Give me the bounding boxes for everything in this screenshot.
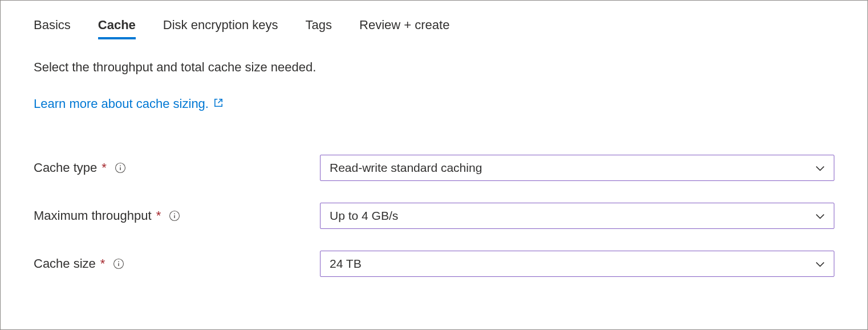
tab-tags[interactable]: Tags <box>306 18 332 39</box>
required-indicator: * <box>100 256 106 271</box>
svg-point-7 <box>119 261 120 263</box>
select-max-throughput[interactable]: Up to 4 GB/s <box>320 203 834 229</box>
label-cache-type-text: Cache type <box>34 160 97 175</box>
section-description: Select the throughput and total cache si… <box>34 60 834 75</box>
info-icon[interactable] <box>169 210 180 222</box>
label-cache-size: Cache size * <box>34 256 320 271</box>
select-cache-type[interactable]: Read-write standard caching <box>320 155 834 181</box>
svg-point-1 <box>120 166 121 167</box>
tab-review-create[interactable]: Review + create <box>359 18 449 39</box>
cache-config-panel: Basics Cache Disk encryption keys Tags R… <box>0 0 868 330</box>
external-link-icon <box>213 96 224 111</box>
select-cache-type-wrapper: Read-write standard caching <box>320 155 834 181</box>
label-cache-size-text: Cache size <box>34 256 96 271</box>
label-cache-type: Cache type * <box>34 160 320 175</box>
required-indicator: * <box>102 160 107 175</box>
select-max-throughput-value: Up to 4 GB/s <box>330 209 398 223</box>
learn-more-link[interactable]: Learn more about cache sizing. <box>34 96 224 111</box>
form-fields: Cache type * Read-write standard caching <box>34 155 834 277</box>
row-cache-size: Cache size * 24 TB <box>34 251 834 277</box>
select-max-throughput-wrapper: Up to 4 GB/s <box>320 203 834 229</box>
info-icon[interactable] <box>113 258 124 269</box>
row-max-throughput: Maximum throughput * Up to 4 GB/s <box>34 203 834 229</box>
wizard-tabs: Basics Cache Disk encryption keys Tags R… <box>34 18 834 39</box>
row-cache-type: Cache type * Read-write standard caching <box>34 155 834 181</box>
select-cache-size-value: 24 TB <box>330 257 362 271</box>
tab-disk-encryption-keys[interactable]: Disk encryption keys <box>163 18 278 39</box>
svg-point-4 <box>174 214 175 215</box>
label-max-throughput: Maximum throughput * <box>34 208 320 223</box>
learn-more-text: Learn more about cache sizing. <box>34 96 209 111</box>
info-icon[interactable] <box>115 162 126 174</box>
select-cache-size[interactable]: 24 TB <box>320 251 834 277</box>
tab-basics[interactable]: Basics <box>34 18 71 39</box>
label-max-throughput-text: Maximum throughput <box>34 208 152 223</box>
select-cache-type-value: Read-write standard caching <box>330 161 482 175</box>
select-cache-size-wrapper: 24 TB <box>320 251 834 277</box>
required-indicator: * <box>156 208 161 223</box>
tab-cache[interactable]: Cache <box>98 18 136 39</box>
